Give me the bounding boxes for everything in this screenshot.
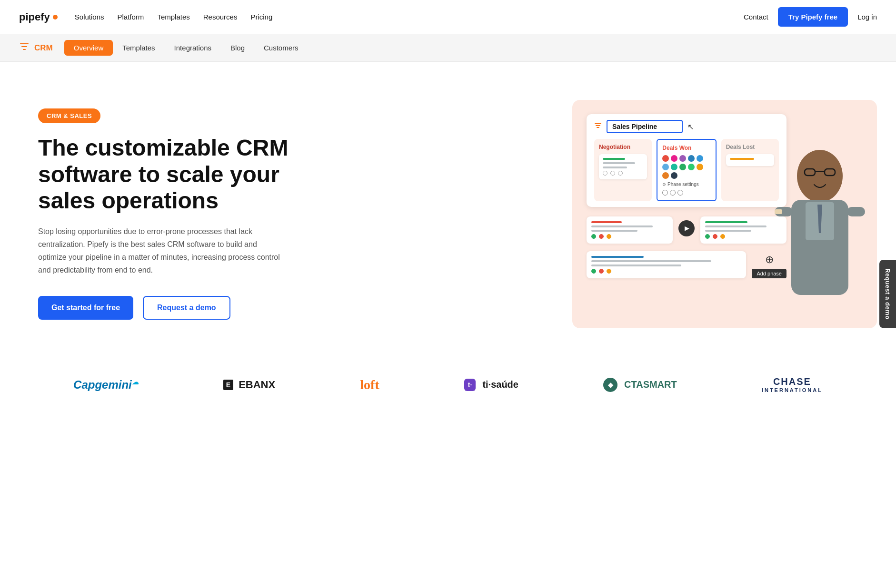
lr-green xyxy=(705,221,747,223)
nav-solutions[interactable]: Solutions xyxy=(75,13,104,21)
play-button[interactable]: ▶ xyxy=(678,220,695,236)
ll-icon-3 xyxy=(607,234,611,239)
card-mini-bottom xyxy=(587,251,746,278)
pipeline-filter-icon xyxy=(594,122,602,131)
request-demo-side-tab[interactable]: Request a demo xyxy=(879,260,896,328)
bot-icon-2 xyxy=(599,269,604,274)
subnav-links: Overview Templates Integrations Blog Cus… xyxy=(64,40,308,56)
dot-red xyxy=(662,155,669,162)
lr-icon-3 xyxy=(720,234,725,239)
chase-text: CHASE xyxy=(762,376,823,387)
logo[interactable]: pipefy xyxy=(19,11,58,23)
phase-icon-2 xyxy=(670,190,676,196)
logo-text: pipefy xyxy=(19,11,50,23)
filter-icon xyxy=(19,41,30,54)
request-demo-button[interactable]: Request a demo xyxy=(143,296,230,320)
pipeline-col-won: Deals Won xyxy=(657,139,716,201)
logo-dot xyxy=(53,15,58,20)
bot-icon-3 xyxy=(607,269,611,274)
lr-icon-1 xyxy=(705,234,710,239)
lr-gray2 xyxy=(705,230,751,232)
subnav: CRM Overview Templates Integrations Blog… xyxy=(0,34,896,62)
capgemini-text: Capgemini☁ xyxy=(73,378,139,392)
ll-gray2 xyxy=(591,230,637,232)
ctasmart-icon: ◆ xyxy=(603,378,617,392)
color-dots xyxy=(662,155,710,179)
hero-title: The customizable CRM software to scale y… xyxy=(38,135,314,214)
phase-icon-3 xyxy=(677,190,683,196)
line-gray2 xyxy=(603,167,627,168)
get-started-button[interactable]: Get started for free xyxy=(38,296,133,320)
subnav-customers[interactable]: Customers xyxy=(254,40,308,56)
navbar-right: Contact Try Pipefy free Log in xyxy=(744,7,877,27)
icon-1 xyxy=(603,171,607,176)
cursor-icon: ↖ xyxy=(687,122,694,131)
dot-yellow xyxy=(697,164,703,170)
card-mini-lower-1 xyxy=(587,216,673,244)
ll-icon-1 xyxy=(591,234,596,239)
ebanx-text: EBANX xyxy=(239,379,275,391)
logo-capgemini: Capgemini☁ xyxy=(73,378,139,392)
ll-icons xyxy=(591,234,668,239)
svg-rect-8 xyxy=(847,207,865,216)
chase-container: CHASE INTERNATIONAL xyxy=(762,376,823,393)
dot-blue-dark xyxy=(688,155,695,162)
svg-rect-9 xyxy=(775,209,782,214)
bot-blue xyxy=(591,256,644,258)
dot-orange xyxy=(662,172,669,179)
lr-icon-2 xyxy=(713,234,717,239)
tisaude-icon: t· xyxy=(464,379,476,391)
hero-badge: CRM & SALES xyxy=(38,108,100,123)
logo-tisaude: t· ti·saúde xyxy=(464,379,518,391)
subnav-overview[interactable]: Overview xyxy=(64,40,113,56)
ll-gray xyxy=(591,225,653,227)
pipeline-title[interactable]: Sales Pipeline xyxy=(607,120,683,133)
phase-icon-1 xyxy=(662,190,668,196)
hero-left: CRM & SALES The customizable CRM softwar… xyxy=(38,108,314,319)
bot-icons xyxy=(591,269,741,274)
logo-loft: loft xyxy=(360,377,379,392)
loft-text: loft xyxy=(360,377,379,392)
try-free-button[interactable]: Try Pipefy free xyxy=(778,7,848,27)
dot-black xyxy=(671,172,677,179)
bot-icon-1 xyxy=(591,269,596,274)
bot-gray2 xyxy=(591,265,681,266)
logo-ebanx: E EBANX xyxy=(223,379,275,391)
subnav-blog[interactable]: Blog xyxy=(221,40,254,56)
nav-links: Solutions Platform Templates Resources P… xyxy=(75,13,273,21)
tisaude-text: ti·saúde xyxy=(482,379,518,390)
line-gray xyxy=(603,162,635,164)
login-button[interactable]: Log in xyxy=(857,13,877,21)
chase-int-text: INTERNATIONAL xyxy=(762,387,823,393)
svg-point-0 xyxy=(797,150,843,202)
phase-icons xyxy=(662,190,710,196)
logo-ctasmart: ◆ CTASMART xyxy=(603,378,677,392)
icon-3 xyxy=(618,171,623,176)
play-icon: ▶ xyxy=(685,225,689,232)
person-image xyxy=(748,100,891,328)
dot-green-dark xyxy=(679,164,686,170)
dot-green xyxy=(688,164,695,170)
nav-resources[interactable]: Resources xyxy=(203,13,238,21)
dot-teal xyxy=(671,164,677,170)
nav-templates[interactable]: Templates xyxy=(157,13,189,21)
hero-description: Stop losing opportunities due to error-p… xyxy=(38,225,286,277)
negotiation-header: Negotiation xyxy=(599,144,647,150)
bot-gray xyxy=(591,260,711,262)
subnav-crm: CRM xyxy=(19,41,53,54)
subnav-templates[interactable]: Templates xyxy=(113,40,164,56)
hero-section: CRM & SALES The customizable CRM softwar… xyxy=(0,62,896,357)
crm-label: CRM xyxy=(34,43,53,53)
icon-2 xyxy=(610,171,615,176)
ll-red xyxy=(591,221,622,223)
subnav-integrations[interactable]: Integrations xyxy=(165,40,221,56)
ctasmart-text: CTASMART xyxy=(624,379,677,390)
pipeline-col-negotiation: Negotiation xyxy=(594,139,652,201)
contact-button[interactable]: Contact xyxy=(744,13,768,21)
nav-pricing[interactable]: Pricing xyxy=(250,13,272,21)
dot-pink xyxy=(671,155,677,162)
ll-icon-2 xyxy=(599,234,604,239)
nav-platform[interactable]: Platform xyxy=(118,13,144,21)
person-svg xyxy=(772,138,867,328)
dot-purple xyxy=(679,155,686,162)
